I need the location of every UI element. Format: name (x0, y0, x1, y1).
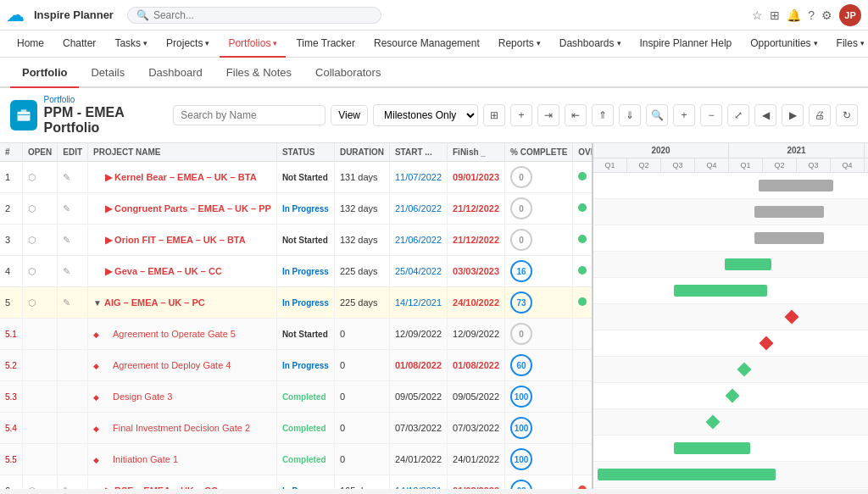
row-overall (573, 475, 593, 490)
row-edit[interactable]: ✎ (58, 162, 88, 193)
menu-time-tracker[interactable]: Time Tracker (287, 31, 364, 58)
tab-portfolio[interactable]: Portfolio (10, 58, 79, 88)
row-edit[interactable]: ✎ (58, 256, 88, 287)
col-overall: OVERALL... (573, 143, 593, 162)
row-edit[interactable]: ✎ (58, 193, 88, 225)
row-edit[interactable]: ✎ (58, 287, 88, 319)
print-btn[interactable]: 🖨 (809, 104, 831, 126)
col-status: STATUS (276, 143, 334, 162)
expand-btn[interactable]: ⇓ (619, 104, 641, 126)
row-open[interactable] (22, 444, 57, 475)
tab-files-notes[interactable]: Files & Notes (214, 58, 303, 88)
prev-btn[interactable]: ◀ (754, 104, 776, 126)
row-start: 21/06/2022 (389, 193, 447, 225)
row-edit[interactable] (58, 319, 88, 350)
menu-portfolios[interactable]: Portfolios ▾ (220, 31, 286, 58)
row-open[interactable] (22, 413, 57, 444)
finish-date: 24/10/2022 (453, 297, 499, 308)
global-search-bar[interactable]: 🔍 (127, 7, 381, 24)
row-overall (573, 256, 593, 287)
view-select[interactable]: Milestones Only All Tasks (373, 104, 478, 126)
row-overall (573, 381, 593, 413)
next-btn[interactable]: ▶ (782, 104, 804, 126)
refresh-btn[interactable]: ↻ (836, 104, 858, 126)
gear-icon[interactable]: ⚙ (821, 8, 832, 22)
salesforce-logo[interactable]: ☁ (7, 5, 24, 25)
open-icon[interactable]: ⬡ (28, 203, 36, 214)
sub-bullet: ◆ (93, 393, 99, 402)
menu-reports[interactable]: Reports ▾ (490, 31, 549, 58)
menu-tasks[interactable]: Tasks ▾ (106, 31, 156, 58)
breadcrumb[interactable]: Portfolio (44, 95, 167, 104)
tab-details[interactable]: Details (79, 58, 136, 88)
edit-icon[interactable]: ✎ (63, 266, 70, 276)
open-icon[interactable]: ⬡ (28, 486, 36, 490)
menu-opportunities[interactable]: Opportunities ▾ (742, 31, 826, 58)
row-open[interactable] (22, 350, 57, 381)
tab-collaborators[interactable]: Collaborators (303, 58, 392, 88)
menu-home[interactable]: Home (8, 31, 53, 58)
row-open[interactable]: ⬡ (22, 225, 57, 256)
open-icon[interactable]: ⬡ (28, 235, 36, 245)
indent-btn[interactable]: ⇥ (537, 104, 559, 126)
row-edit[interactable]: ✎ (58, 225, 88, 256)
row-edit[interactable] (58, 444, 88, 475)
menu-resource-management[interactable]: Resource Management (365, 31, 488, 58)
expand-rows-btn[interactable]: ⤢ (727, 104, 749, 126)
search-gantt-btn[interactable]: 🔍 (646, 104, 668, 126)
menu-files[interactable]: Files ▾ (828, 31, 868, 58)
row-open[interactable]: ⬡ (22, 193, 57, 225)
open-icon[interactable]: ⬡ (28, 297, 36, 308)
collapse-btn[interactable]: ⇑ (592, 104, 614, 126)
row-edit[interactable]: ✎ (58, 475, 88, 490)
menu-chatter[interactable]: Chatter (54, 31, 104, 58)
edit-icon[interactable]: ✎ (63, 203, 70, 214)
row-duration: 0 (334, 381, 389, 413)
edit-icon[interactable]: ✎ (63, 235, 70, 245)
row-edit[interactable] (58, 381, 88, 413)
zoom-out-btn[interactable]: − (700, 104, 722, 126)
view-button[interactable]: View (331, 105, 368, 125)
edit-icon[interactable]: ✎ (63, 172, 70, 182)
search-by-name-input[interactable] (173, 105, 326, 125)
grid-view-btn[interactable]: ⊞ (483, 104, 505, 126)
open-icon[interactable]: ⬡ (28, 172, 36, 182)
gantt-body: Kernel Bear – EMEA – UK – BTACongruent P… (593, 173, 868, 488)
help-icon[interactable]: ? (808, 8, 815, 22)
user-avatar[interactable]: JP (839, 4, 861, 26)
add-btn[interactable]: + (510, 104, 532, 126)
open-icon[interactable]: ⬡ (28, 266, 36, 276)
search-input[interactable] (153, 9, 372, 21)
row-open[interactable] (22, 381, 57, 413)
gantt-bar (754, 232, 824, 244)
menu-dashboards[interactable]: Dashboards ▾ (551, 31, 630, 58)
row-open[interactable]: ⬡ (22, 162, 57, 193)
zoom-in-btn[interactable]: + (673, 104, 695, 126)
row-open[interactable]: ⬡ (22, 287, 57, 319)
menu-projects[interactable]: Projects ▾ (158, 31, 218, 58)
row-open[interactable]: ⬡ (22, 256, 57, 287)
tab-dashboard[interactable]: Dashboard (136, 58, 214, 88)
menu-inspire-planner-help[interactable]: Inspire Planner Help (632, 31, 741, 58)
page-header-text: Portfolio PPM - EMEA Portfolio (44, 95, 167, 136)
row-duration: 0 (334, 319, 389, 350)
outdent-btn[interactable]: ⇤ (565, 104, 587, 126)
q2-2021: Q2 (763, 158, 797, 172)
reports-caret: ▾ (537, 39, 541, 47)
expand-toggle[interactable]: ▼ (93, 298, 102, 308)
edit-icon[interactable]: ✎ (63, 486, 70, 490)
row-edit[interactable] (58, 413, 88, 444)
row-edit[interactable] (58, 350, 88, 381)
row-project-name: ◆Final Investment Decision Gate 2 (88, 413, 277, 444)
row-duration: 132 days (334, 193, 389, 225)
grid-icon[interactable]: ⊞ (770, 8, 780, 22)
row-open[interactable] (22, 319, 57, 350)
edit-icon[interactable]: ✎ (63, 297, 70, 308)
year-2020: 2020 (593, 143, 729, 158)
row-pct-complete: 63 (505, 475, 573, 490)
bell-icon[interactable]: 🔔 (787, 8, 801, 22)
row-open[interactable]: ⬡ (22, 475, 57, 490)
sub-bullet: ◆ (93, 330, 99, 339)
star-icon[interactable]: ☆ (752, 8, 763, 22)
overall-indicator (578, 486, 587, 489)
